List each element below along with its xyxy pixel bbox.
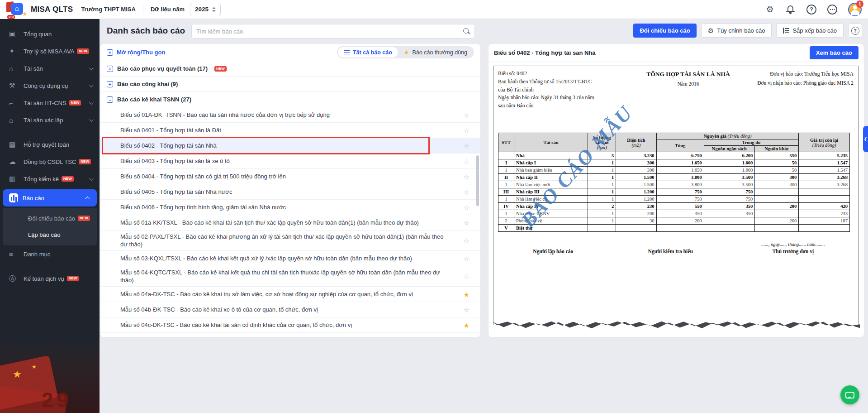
favorite-star-icon[interactable] bbox=[464, 255, 470, 262]
compare-reports-button[interactable]: Đối chiếu báo cáo bbox=[633, 24, 696, 38]
sidebar-item[interactable]: ▤ Hỗ trợ quyết toán bbox=[0, 136, 100, 153]
report-item-label: Biểu số 0406 - Tổng hợp tình hình tăng, … bbox=[120, 203, 451, 211]
favorite-star-icon[interactable] bbox=[464, 157, 470, 165]
expander-icon[interactable]: + bbox=[107, 81, 113, 87]
col-area: Diện tích (m2) bbox=[616, 133, 656, 152]
expander-icon[interactable]: - bbox=[107, 96, 113, 103]
report-item-row[interactable]: Biểu số 01A-ĐK_TSNN - Báo cáo tài sản nh… bbox=[100, 107, 480, 123]
sidebar-item[interactable]: ⌂ Tài sản xác lập bbox=[0, 111, 100, 129]
favorite-star-icon[interactable] bbox=[464, 188, 470, 196]
expand-collapse-toggle[interactable]: + Mở rộng/Thu gọn bbox=[107, 49, 165, 56]
sidebar-item[interactable]: ⌐ Tài sản HT-CNS NEW bbox=[0, 94, 100, 111]
customize-reports-button[interactable]: ⚙ Tùy chỉnh báo cáo bbox=[701, 24, 772, 38]
sidebar-item[interactable]: Ⓐ Kế toán dịch vụ NEW bbox=[0, 270, 100, 287]
inventory-icon: ▥ bbox=[9, 175, 20, 183]
sidebar-item[interactable]: ⌂ Tài sản bbox=[0, 60, 100, 77]
favorite-star-icon[interactable] bbox=[464, 290, 470, 298]
report-group-row[interactable]: + Báo cáo công khai (9) bbox=[100, 77, 480, 92]
table-row: I Nhà cấp I 1 300 1.650 1.600 50 1.547 bbox=[498, 159, 850, 167]
favorite-star-icon[interactable] bbox=[464, 142, 470, 149]
help-button[interactable]: ? bbox=[848, 24, 862, 38]
favorite-star-icon[interactable] bbox=[464, 173, 470, 180]
col-original-price: Nguyên giá (Triệu đồng) bbox=[656, 133, 799, 139]
report-title: TỔNG HỢP TÀI SẢN LÀ NHÀ bbox=[630, 71, 747, 78]
report-item-row[interactable]: Mẫu số 02-PAXL/TSXL - Báo cáo kê khai ph… bbox=[100, 231, 480, 251]
report-group-label: Báo cáo công khai (9) bbox=[117, 81, 178, 87]
favorite-star-icon[interactable] bbox=[464, 203, 470, 211]
avatar[interactable]: 1 bbox=[848, 3, 862, 16]
sidebar-item[interactable]: ✦ Trợ lý số MISA AVA NEW bbox=[0, 43, 100, 60]
report-item-label: Biểu số 0401 - Tổng hợp tài sản là Đất bbox=[120, 126, 451, 134]
sidebar-item-label: Tài sản xác lập bbox=[24, 117, 63, 124]
report-item-row[interactable]: Biểu số 0401 - Tổng hợp tài sản là Đất bbox=[100, 123, 480, 138]
report-meta-right: Đơn vị báo cáo: Trường Tiểu học MISA Đơn… bbox=[747, 70, 854, 110]
expander-icon[interactable]: + bbox=[107, 66, 113, 72]
sidebar-subitem[interactable]: Đối chiếu báo cáo NEW bbox=[3, 210, 97, 226]
sidebar-subitem-label: Đối chiếu báo cáo bbox=[28, 215, 75, 222]
support-chat-button[interactable] bbox=[840, 385, 859, 404]
sidebar: ▣ Tổng quan ✦ Trợ lý số MISA AVA NEW ⌂ T… bbox=[0, 19, 100, 413]
report-item-row[interactable]: Biểu số 0402 - Tổng hợp tài sản Nhà bbox=[100, 138, 480, 154]
data-year-label: Dữ liệu năm bbox=[151, 6, 185, 13]
sidebar-item-label: Tổng quan bbox=[24, 31, 52, 38]
sidebar-item[interactable]: ☁ Đồng bộ CSDL TSC NEW bbox=[0, 153, 100, 170]
report-group-label: Báo cáo phục vụ quyết toán (17) bbox=[117, 65, 208, 72]
sidebar-item[interactable]: Báo cáo bbox=[3, 189, 97, 206]
help-icon[interactable]: ? bbox=[806, 5, 816, 14]
filter-favorite-reports[interactable]: ★ Báo cáo thường dùng bbox=[398, 47, 473, 58]
chevron-down-icon bbox=[89, 176, 94, 181]
report-item-row[interactable]: Mẫu số 04a-ĐK-TSC - Báo cáo kê khai trụ … bbox=[100, 287, 480, 302]
meta-line: của Bộ Tài chính bbox=[498, 86, 630, 94]
report-item-row[interactable]: Biểu số 0406 - Tổng hợp tình hình tăng, … bbox=[100, 200, 480, 215]
list-scrollbar-thumb[interactable] bbox=[476, 155, 479, 206]
topbar-divider bbox=[143, 5, 143, 14]
favorite-star-icon[interactable] bbox=[464, 306, 470, 313]
panel-collapse-tab[interactable]: ❮ bbox=[863, 126, 868, 152]
report-item-row[interactable]: Biểu số 0404 - Tổng hợp tài sản có giá t… bbox=[100, 169, 480, 184]
report-submenu: Đối chiếu báo cáo NEW Lập báo cáo bbox=[3, 208, 97, 245]
year-select[interactable]: 2025 bbox=[190, 3, 221, 16]
search-input[interactable] bbox=[196, 28, 463, 35]
sidebar-subitem[interactable]: Lập báo cáo bbox=[3, 226, 97, 243]
view-report-button[interactable]: Xem báo cáo bbox=[810, 46, 859, 59]
sidebar-item[interactable]: ▥ Tổng kiểm kê NEW bbox=[0, 170, 100, 187]
cloud-sync-icon: ☁ bbox=[9, 158, 20, 166]
year-spinner-icon[interactable] bbox=[212, 7, 216, 12]
favorite-star-icon[interactable] bbox=[464, 321, 470, 329]
report-table: STT Tài sản Số lượng tài sản (Cái) Diện … bbox=[498, 133, 850, 232]
list-icon bbox=[344, 50, 350, 54]
report-group-row[interactable]: - Báo cáo kê khai TSNN (27) bbox=[100, 92, 480, 107]
report-item-row[interactable]: Mẫu số 04b-ĐK-TSC - Báo cáo kê khai xe ô… bbox=[100, 302, 480, 317]
report-group-row[interactable]: + Báo cáo phục vụ quyết toán (17) NEW bbox=[100, 61, 480, 77]
chevron-down-icon bbox=[89, 100, 94, 105]
notifications-bell-icon[interactable] bbox=[786, 5, 796, 14]
report-item-row[interactable]: Mẫu số 03-KQXL/TSXL - Báo cáo kê khai kế… bbox=[100, 251, 480, 266]
new-badge: NEW bbox=[69, 100, 81, 106]
favorite-star-icon[interactable] bbox=[464, 273, 470, 280]
col-ofwhich: Trong đó bbox=[704, 139, 799, 146]
more-icon[interactable]: ⋯ bbox=[827, 5, 837, 14]
clipboard-icon: ▤ bbox=[9, 140, 20, 149]
favorite-star-icon[interactable] bbox=[464, 126, 470, 134]
chevron-down-icon bbox=[89, 117, 94, 122]
sort-reports-button[interactable]: Sắp xếp báo cáo bbox=[776, 24, 844, 38]
favorite-star-icon[interactable] bbox=[464, 219, 470, 226]
meta-line: Biểu số: 0402 bbox=[498, 70, 630, 78]
report-item-row[interactable]: Mẫu số 04c-ĐK-TSC - Báo cáo kê khai tài … bbox=[100, 317, 480, 333]
table-row: V Biệt thự bbox=[498, 225, 850, 232]
favorite-star-icon[interactable] bbox=[464, 237, 470, 245]
report-item-row[interactable]: Biểu số 0405 - Tổng hợp tài sản Nhà nước bbox=[100, 184, 480, 200]
sidebar-item[interactable]: ▣ Tổng quan bbox=[0, 25, 100, 43]
report-item-row[interactable]: Biểu số 0403 - Tổng hợp tài sản là xe ô … bbox=[100, 154, 480, 169]
search-icon[interactable] bbox=[463, 28, 470, 35]
favorite-star-icon[interactable] bbox=[464, 111, 470, 119]
report-item-row[interactable]: Mẫu số 01a-KK/TSXL - Báo cáo kê khai tài… bbox=[100, 215, 480, 231]
sidebar-item[interactable]: ⚒ Công cụ dụng cụ bbox=[0, 77, 100, 94]
table-row: IV Nhà cấp IV 2 230 550 350 200 420 bbox=[498, 203, 850, 210]
filter-all-reports[interactable]: Tất cả báo cáo bbox=[338, 47, 398, 58]
organization-name[interactable]: Trường THPT MISA bbox=[81, 6, 136, 13]
sidebar-item-label: Kế toán dịch vụ bbox=[24, 275, 64, 282]
sidebar-item[interactable]: ≡ Danh mục bbox=[0, 245, 100, 263]
settings-icon[interactable]: ⚙ bbox=[765, 5, 775, 14]
report-item-row[interactable]: Mẫu số 04-KQTC/TSXL - Báo cáo kê khai kế… bbox=[100, 266, 480, 287]
